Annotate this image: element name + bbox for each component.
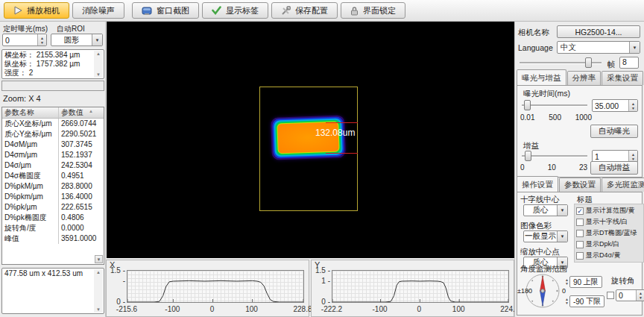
overlay-checkbox-item[interactable]: 显示Dpk/白 — [576, 239, 642, 250]
spinner-arrows-icon[interactable]: ▲▼ — [628, 151, 637, 162]
table-row[interactable]: D4σ/µm242.5304 — [2, 160, 104, 171]
auto-roi-select[interactable]: 圆形 ▼ — [51, 34, 103, 46]
lower-limit-label: 下限 — [586, 296, 601, 307]
table-row[interactable]: D%pk椭圆度0.4806 — [2, 213, 104, 223]
rotation-angle-control: 0 ▲▼ — [607, 289, 644, 301]
frames-value-box[interactable]: 8 — [619, 57, 639, 69]
overlay-checkbox-item[interactable]: ✓显示计算范围/黄 — [576, 205, 642, 216]
play-camera-button[interactable]: 播放相机 — [4, 2, 69, 19]
scroll-down-icon[interactable]: ▼ — [96, 307, 101, 312]
x-tick-label: -222.2 — [321, 305, 342, 313]
view-size-scrollbar[interactable]: ▲▼ — [94, 269, 103, 313]
play-camera-label: 播放相机 — [27, 5, 60, 16]
chevron-down-icon[interactable]: ▼ — [557, 231, 567, 242]
spinner-arrows-icon[interactable]: ▲▼ — [636, 290, 644, 301]
language-select[interactable]: 中文 ▼ — [557, 41, 640, 54]
gain-slider[interactable] — [522, 150, 587, 162]
tab-operation-settings[interactable]: 操作设置 — [517, 176, 558, 192]
slider-handle[interactable] — [585, 57, 592, 68]
spinner-arrows-icon[interactable]: ▲▼ — [565, 278, 569, 286]
param-name-header[interactable]: 参数名称 — [2, 107, 59, 118]
overlay-checkbox-item[interactable]: 显示DT椭圆/蓝绿 — [576, 227, 642, 239]
auto-exposure-button[interactable]: 自动曝光 — [590, 125, 638, 138]
scroll-up-icon[interactable]: ▲ — [96, 270, 101, 274]
slider-handle[interactable] — [525, 151, 531, 161]
chevron-down-icon[interactable]: ▼ — [557, 205, 567, 216]
param-name-cell: 峰值 — [2, 233, 59, 244]
tab-resolution[interactable]: 分辨率 — [567, 71, 602, 85]
table-row[interactable]: 旋转角/度0.0000 — [2, 223, 104, 233]
param-name-cell: 质心X坐标/µm — [2, 119, 59, 129]
checkbox[interactable] — [576, 241, 584, 248]
chevron-down-icon[interactable]: ▼ — [92, 34, 102, 45]
angle-compass[interactable]: ±180 0 — [525, 273, 561, 310]
timed-exposure-input[interactable]: 0 ▲▼ — [2, 34, 47, 46]
param-name-cell: D%pk椭圆度 — [2, 213, 59, 223]
tab-exposure-gain[interactable]: 曝光与增益 — [517, 69, 566, 85]
cursor-info-box[interactable]: 横坐标： 2155.384 µm 纵坐标： 1757.382 µm 强度： 2 … — [1, 49, 104, 79]
camera-name-button[interactable]: HG2500-14... — [557, 25, 640, 38]
auto-gain-button[interactable]: 自动增益 — [590, 161, 638, 175]
view-size-box[interactable]: 477.58 um x 412.53 um ▲▼ — [1, 268, 104, 314]
table-row[interactable]: D4σm/µm152.1937 — [2, 150, 104, 160]
scroll-up-icon[interactable]: ▲ — [96, 51, 101, 56]
checkbox[interactable] — [576, 252, 584, 260]
cursor-info-scrollbar[interactable]: ▲▼ — [94, 51, 103, 78]
rotation-angle-input[interactable]: 0 ▲▼ — [616, 289, 644, 301]
beam-image-view[interactable]: 132.08um — [107, 22, 514, 258]
y-tick-label: 1.5 - — [107, 266, 125, 274]
table-row[interactable]: D%pk/µm222.6515 — [2, 202, 104, 213]
lock-ui-button[interactable]: 界面锁定 — [341, 2, 405, 19]
param-table-body: 质心X坐标/µm2669.0744质心Y坐标/µm2290.5021D4σM/µ… — [2, 119, 104, 244]
slider-handle[interactable] — [524, 100, 531, 110]
colormap-gradient-bar — [1, 81, 104, 91]
crosshair-center-select[interactable]: 质心 ▼ — [523, 204, 568, 216]
gain-value: 1 — [593, 152, 628, 161]
table-row[interactable]: D%pkm/µm136.4000 — [2, 192, 104, 202]
spinner-arrows-icon[interactable]: ▲▼ — [628, 100, 637, 111]
lower-limit-value: -90 — [573, 298, 584, 306]
save-config-button[interactable]: 保存配置 — [271, 2, 338, 19]
checkbox[interactable]: ✓ — [576, 207, 584, 215]
scale-min: 0.01 — [520, 113, 534, 122]
checkbox[interactable] — [576, 219, 584, 226]
x-tick-label: 228.8 — [293, 305, 312, 313]
rotation-angle-checkbox[interactable] — [607, 292, 614, 299]
tab-parameter-settings[interactable]: 参数设置 — [559, 178, 601, 192]
frames-slider[interactable] — [520, 57, 602, 69]
compass-right-label: 0 — [562, 287, 566, 295]
show-labels-button[interactable]: 显示标签 — [202, 2, 268, 19]
chevron-down-icon[interactable]: ▼ — [629, 42, 640, 53]
scale-min: 0 — [520, 163, 525, 172]
exposure-value-input[interactable]: 35.000 ▲▼ — [592, 99, 638, 112]
table-row[interactable]: 峰值3591.0000 — [2, 233, 104, 244]
table-row[interactable]: D%pkM/µm283.8000 — [2, 181, 104, 192]
window-screenshot-label: 窗口截图 — [157, 5, 189, 16]
y-plot-y-axis-labels: 1.5 -1 -0 - — [312, 270, 330, 303]
lower-limit-spinner[interactable]: ▲▼ -90 下限 — [565, 295, 604, 307]
table-scroll-down-button[interactable]: ▼ — [95, 255, 103, 263]
table-row[interactable]: D4σ椭圆度0.4951 — [2, 171, 104, 181]
upper-limit-spinner[interactable]: ▲▼ 90 上限 — [565, 276, 602, 288]
spinner-arrows-icon[interactable]: ▲▼ — [37, 34, 46, 45]
y-profile-plot: Y 1.5 -1 -0 - -222.2-1000100224. — [311, 260, 514, 317]
exposure-scale: 0.01 500 1000 — [520, 113, 592, 122]
table-row[interactable]: 质心Y坐标/µm2290.5021 — [2, 129, 104, 139]
table-row[interactable]: D4σM/µm307.3745 — [2, 139, 104, 150]
param-value-header[interactable]: 参数值 — [59, 107, 104, 118]
overlay-checkbox-item[interactable]: 显示D4σ/黄 — [576, 250, 642, 261]
tab-capture-settings[interactable]: 采集设置 — [602, 71, 643, 85]
scroll-down-icon[interactable]: ▼ — [96, 72, 101, 77]
overlay-checkbox-item[interactable]: 显示十字线/白 — [576, 216, 642, 227]
save-config-label: 保存配置 — [295, 5, 328, 16]
tab-multispot-monitor[interactable]: 多光斑监测 — [602, 178, 644, 192]
image-color-select[interactable]: 一般显示 ▼ — [523, 230, 568, 242]
table-row[interactable]: 质心X坐标/µm2669.0744 — [2, 119, 104, 129]
remove-noise-button[interactable]: 消除噪声 — [72, 2, 124, 19]
spinner-arrows-icon[interactable]: ▲▼ — [565, 298, 569, 305]
exposure-slider[interactable] — [522, 99, 587, 111]
toolbar: 播放相机 消除噪声 窗口截图 显示标签 保存配置 界面锁定 — [0, 0, 644, 22]
checkbox-label: 显示DT椭圆/蓝绿 — [586, 228, 637, 238]
window-screenshot-button[interactable]: 窗口截图 — [132, 2, 199, 19]
checkbox[interactable] — [576, 230, 584, 237]
